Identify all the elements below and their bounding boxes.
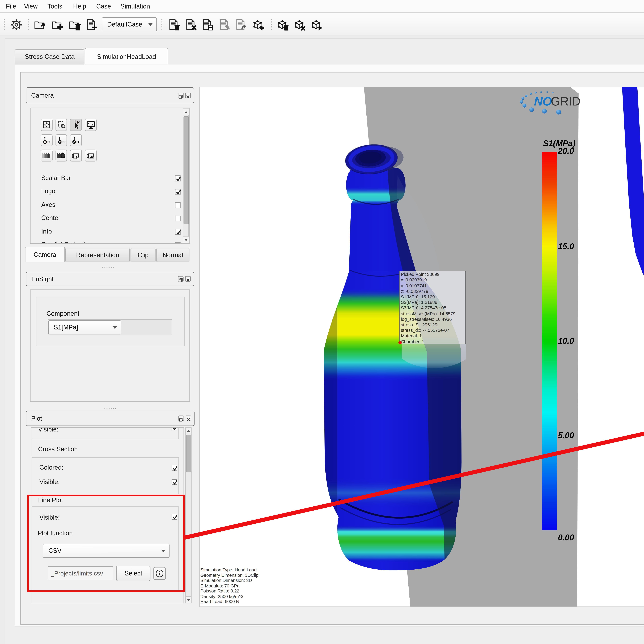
svg-text:NO: NO bbox=[534, 95, 552, 108]
svg-text:GRID: GRID bbox=[551, 95, 580, 108]
